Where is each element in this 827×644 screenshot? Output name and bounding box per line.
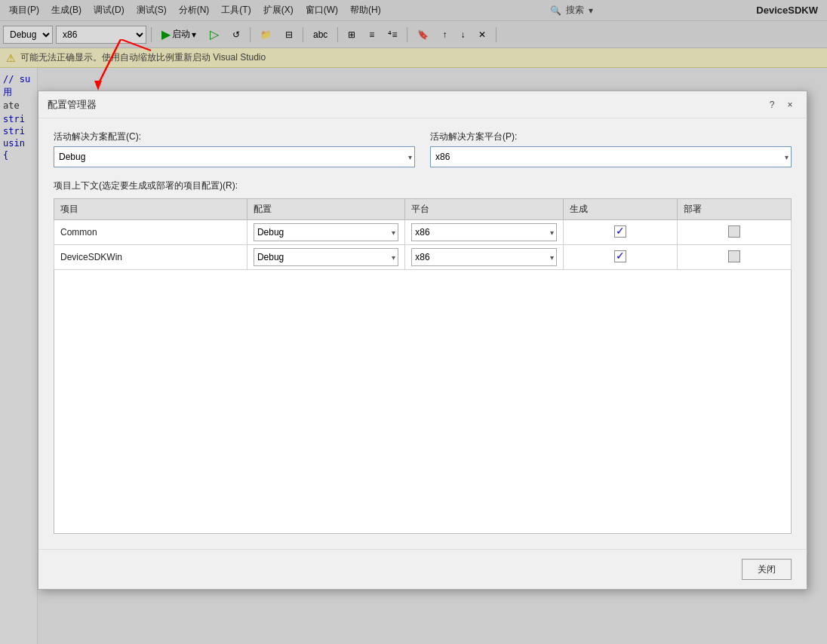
projects-section-label: 项目上下文(选定要生成或部署的项目配置)(R): bbox=[54, 179, 792, 192]
active-config-select[interactable]: Debug bbox=[54, 146, 415, 167]
row2-build-checkbox[interactable] bbox=[614, 250, 626, 262]
col-config: 配置 bbox=[247, 199, 404, 220]
col-project: 项目 bbox=[54, 199, 247, 220]
row2-platform-cell: x86 ▾ bbox=[405, 245, 563, 270]
row1-deploy-checkbox[interactable] bbox=[728, 225, 740, 238]
row2-deploy-checkbox[interactable] bbox=[728, 250, 740, 262]
dialog-close-button[interactable]: × bbox=[782, 97, 798, 112]
active-platform-label: 活动解决方案平台(P): bbox=[430, 130, 792, 143]
table-empty-area bbox=[54, 270, 792, 534]
active-config-label: 活动解决方案配置(C): bbox=[54, 130, 415, 143]
active-config-row: 活动解决方案配置(C): Debug ▾ 活动解决方案平台(P): x86 ▾ bbox=[54, 130, 792, 167]
dialog-body: 活动解决方案配置(C): Debug ▾ 活动解决方案平台(P): x86 ▾ bbox=[38, 118, 807, 549]
row2-build-cell bbox=[563, 245, 677, 270]
col-platform: 平台 bbox=[405, 199, 563, 220]
dialog-titlebar: 配置管理器 ? × bbox=[38, 91, 807, 118]
active-platform-select-wrap: x86 ▾ bbox=[430, 146, 792, 167]
row1-build-cell bbox=[563, 220, 677, 245]
active-config-select-wrap: Debug ▾ bbox=[54, 146, 415, 167]
row2-config-select[interactable]: Debug bbox=[254, 248, 398, 266]
col-build: 生成 bbox=[563, 199, 677, 220]
active-platform-group: 活动解决方案平台(P): x86 ▾ bbox=[430, 130, 792, 167]
row2-config-select-wrap: Debug ▾ bbox=[254, 248, 398, 266]
dialog-help-button[interactable]: ? bbox=[764, 97, 779, 112]
row2-project-name: DeviceSDKWin bbox=[54, 245, 247, 270]
row1-build-checkbox[interactable] bbox=[614, 225, 626, 238]
row1-project-name: Common bbox=[54, 220, 247, 245]
projects-table: 项目 配置 平台 生成 部署 Common Debug bbox=[54, 198, 792, 270]
row2-platform-select[interactable]: x86 bbox=[411, 248, 556, 266]
col-deploy: 部署 bbox=[677, 199, 791, 220]
row1-config-cell: Debug ▾ bbox=[247, 220, 404, 245]
row1-config-select-wrap: Debug ▾ bbox=[254, 223, 398, 241]
table-row: DeviceSDKWin Debug ▾ x86 bbox=[54, 245, 792, 270]
row1-platform-select-wrap: x86 ▾ bbox=[411, 223, 556, 241]
row2-deploy-cell bbox=[677, 245, 791, 270]
configuration-manager-dialog: 配置管理器 ? × 活动解决方案配置(C): Debug ▾ 活动解决方案平台(… bbox=[38, 90, 807, 590]
row1-deploy-cell bbox=[677, 220, 791, 245]
table-body: Common Debug ▾ x86 bbox=[54, 220, 792, 270]
row1-config-select[interactable]: Debug bbox=[254, 223, 398, 241]
row1-platform-select[interactable]: x86 bbox=[411, 223, 556, 241]
dialog-footer: 关闭 bbox=[38, 549, 807, 589]
close-dialog-button[interactable]: 关闭 bbox=[742, 559, 792, 580]
row2-config-cell: Debug ▾ bbox=[247, 245, 404, 270]
row1-platform-cell: x86 ▾ bbox=[405, 220, 563, 245]
table-header: 项目 配置 平台 生成 部署 bbox=[54, 199, 792, 220]
active-config-group: 活动解决方案配置(C): Debug ▾ bbox=[54, 130, 415, 167]
row2-platform-select-wrap: x86 ▾ bbox=[411, 248, 556, 266]
dialog-title: 配置管理器 bbox=[48, 98, 761, 112]
table-row: Common Debug ▾ x86 bbox=[54, 220, 792, 245]
active-platform-select[interactable]: x86 bbox=[430, 146, 792, 167]
